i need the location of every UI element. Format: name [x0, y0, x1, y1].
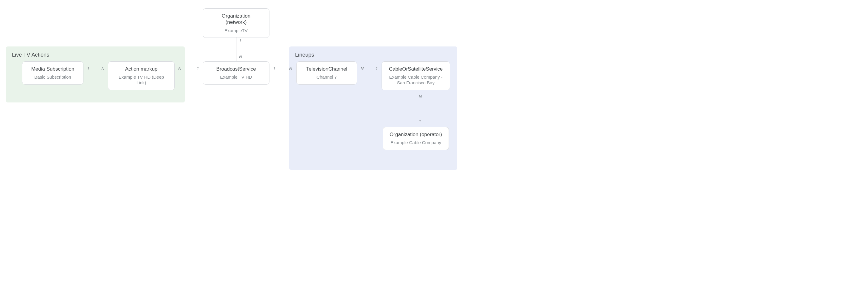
group-title-live-tv: Live TV Actions [12, 52, 179, 58]
connector [236, 37, 237, 61]
node-broadcast-service: BroadcastService Example TV HD [203, 61, 270, 84]
cardinality-many: N [101, 66, 105, 71]
node-subtitle: Channel 7 [302, 74, 351, 80]
connector [270, 73, 296, 73]
connector [416, 91, 416, 127]
cardinality-one: 1 [375, 66, 378, 71]
node-subtitle: Example TV HD [208, 74, 264, 80]
node-title: Organization (operator) [389, 131, 443, 138]
node-subtitle: Example Cable Company - San Francisco Ba… [387, 74, 444, 86]
group-title-lineups: Lineups [295, 52, 451, 58]
cardinality-one: 1 [196, 66, 200, 71]
node-organization-operator: Organization (operator) Example Cable Co… [383, 127, 449, 150]
cardinality-many: N [288, 66, 293, 71]
cardinality-many: N [360, 66, 364, 71]
cardinality-many: N [418, 94, 423, 99]
node-television-channel: TelevisionChannel Channel 7 [296, 61, 357, 84]
node-media-subscription: Media Subscription Basic Subscription [22, 61, 84, 84]
connector [175, 73, 203, 73]
node-title: TelevisionChannel [302, 66, 351, 72]
node-title: Media Subscription [28, 66, 78, 72]
node-organization-network: Organization (network) ExampleTV [203, 8, 270, 38]
node-subtitle: Example Cable Company [389, 140, 443, 146]
node-cable-satellite-service: CableOrSatelliteService Example Cable Co… [381, 61, 450, 90]
diagram-canvas: Live TV Actions Lineups Organization (ne… [0, 0, 465, 179]
cardinality-one: 1 [239, 38, 242, 43]
node-title: BroadcastService [208, 66, 264, 72]
node-subtitle: ExampleTV [208, 28, 264, 34]
node-title: Action markup [114, 66, 169, 72]
node-title: Organization (network) [208, 13, 264, 26]
node-action-markup: Action markup Example TV HD (Deep Link) [108, 61, 175, 90]
cardinality-one: 1 [418, 119, 422, 124]
cardinality-many: N [178, 66, 182, 71]
node-subtitle: Basic Subscription [28, 74, 78, 80]
connector [84, 73, 108, 73]
cardinality-one: 1 [273, 66, 276, 71]
cardinality-many: N [239, 54, 243, 59]
node-subtitle: Example TV HD (Deep Link) [114, 74, 169, 86]
cardinality-one: 1 [87, 66, 90, 71]
connector [357, 73, 381, 73]
node-title: CableOrSatelliteService [387, 66, 444, 72]
